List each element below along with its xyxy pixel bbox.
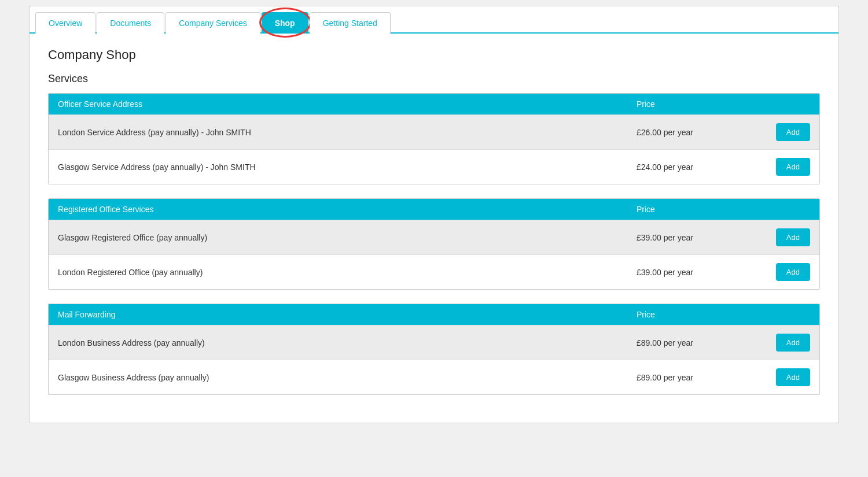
row-price-1-0: £39.00 per year [637, 233, 752, 242]
table-header-price-officer-service-address: Price [637, 99, 752, 109]
row-action-0-0: Add [752, 123, 810, 141]
tab-getting-started[interactable]: Getting Started [310, 12, 391, 34]
table-header-price-mail-forwarding: Price [637, 310, 752, 319]
services-section-title: Services [48, 73, 820, 85]
table-header-price-registered-office-services: Price [637, 205, 752, 214]
row-action-2-1: Add [752, 368, 810, 386]
tab-overview[interactable]: Overview [35, 12, 95, 34]
tab-shop[interactable]: Shop [262, 12, 308, 34]
add-button-1-0[interactable]: Add [776, 228, 810, 246]
add-button-1-1[interactable]: Add [776, 263, 810, 281]
main-content: Company Shop Services Officer Service Ad… [30, 34, 838, 423]
service-table-officer-service-address: Officer Service AddressPriceLondon Servi… [48, 93, 820, 184]
table-row: London Service Address (pay annually) - … [49, 114, 819, 149]
tab-documents[interactable]: Documents [97, 12, 164, 34]
table-row: London Registered Office (pay annually)£… [49, 254, 819, 289]
table-header-action-officer-service-address [752, 99, 810, 109]
table-header-registered-office-services: Registered Office ServicesPrice [49, 199, 819, 220]
table-header-officer-service-address: Officer Service AddressPrice [49, 94, 819, 114]
add-button-2-0[interactable]: Add [776, 334, 810, 352]
row-name-1-0: Glasgow Registered Office (pay annually) [58, 233, 637, 242]
table-row: London Business Address (pay annually)£8… [49, 325, 819, 360]
row-action-0-1: Add [752, 158, 810, 176]
table-row: Glasgow Business Address (pay annually)£… [49, 360, 819, 394]
row-name-1-1: London Registered Office (pay annually) [58, 268, 637, 277]
service-table-mail-forwarding: Mail ForwardingPriceLondon Business Addr… [48, 304, 820, 395]
table-header-name-officer-service-address: Officer Service Address [58, 99, 637, 109]
tab-company-services[interactable]: Company Services [165, 12, 260, 34]
row-price-0-0: £26.00 per year [637, 128, 752, 137]
add-button-0-1[interactable]: Add [776, 158, 810, 176]
row-price-2-0: £89.00 per year [637, 338, 752, 347]
row-name-2-0: London Business Address (pay annually) [58, 338, 637, 347]
row-price-0-1: £24.00 per year [637, 162, 752, 172]
row-name-0-0: London Service Address (pay annually) - … [58, 128, 637, 137]
tab-shop-wrapper: Shop [262, 11, 310, 32]
row-action-2-0: Add [752, 334, 810, 352]
table-row: Glasgow Service Address (pay annually) -… [49, 149, 819, 184]
service-table-registered-office-services: Registered Office ServicesPriceGlasgow R… [48, 198, 820, 290]
sections-container: Officer Service AddressPriceLondon Servi… [48, 93, 820, 395]
row-action-1-1: Add [752, 263, 810, 281]
add-button-2-1[interactable]: Add [776, 368, 810, 386]
table-header-action-mail-forwarding [752, 310, 810, 319]
tabs-bar: OverviewDocumentsCompany ServicesShopGet… [30, 6, 838, 34]
table-header-name-mail-forwarding: Mail Forwarding [58, 310, 637, 319]
row-price-2-1: £89.00 per year [637, 373, 752, 382]
row-action-1-0: Add [752, 228, 810, 246]
row-name-0-1: Glasgow Service Address (pay annually) -… [58, 162, 637, 172]
page-title: Company Shop [48, 47, 820, 62]
table-row: Glasgow Registered Office (pay annually)… [49, 220, 819, 254]
row-name-2-1: Glasgow Business Address (pay annually) [58, 373, 637, 382]
page-wrapper: OverviewDocumentsCompany ServicesShopGet… [29, 6, 839, 423]
table-header-name-registered-office-services: Registered Office Services [58, 205, 637, 214]
table-header-mail-forwarding: Mail ForwardingPrice [49, 304, 819, 325]
table-header-action-registered-office-services [752, 205, 810, 214]
row-price-1-1: £39.00 per year [637, 268, 752, 277]
add-button-0-0[interactable]: Add [776, 123, 810, 141]
